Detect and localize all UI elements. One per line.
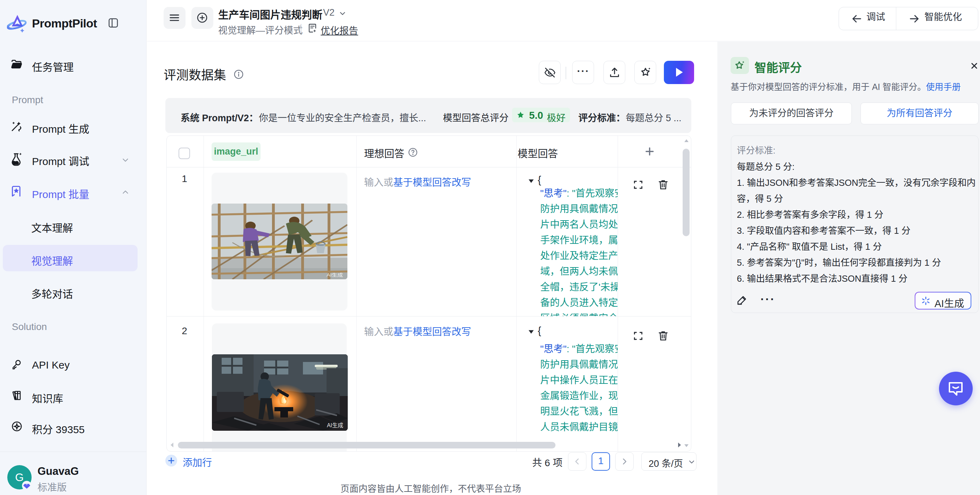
svg-text:AI生成: AI生成 (327, 422, 343, 428)
svg-text:AI生成: AI生成 (326, 272, 343, 277)
